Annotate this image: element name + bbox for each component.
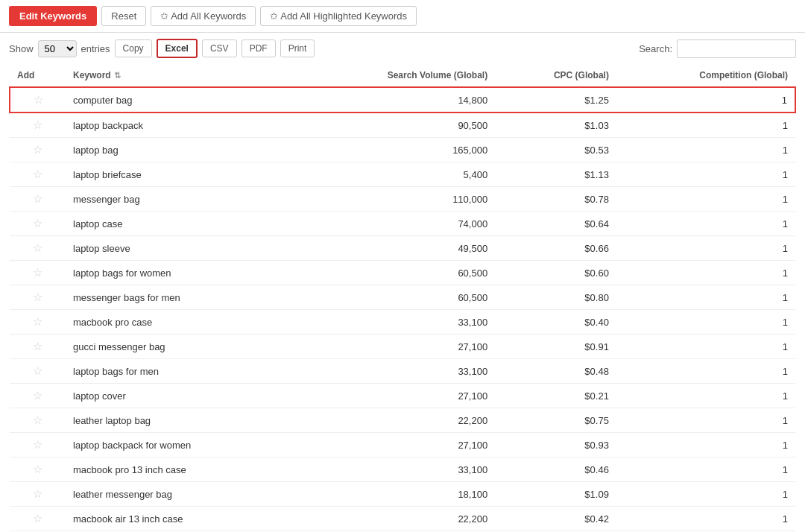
table-row: ☆ computer bag 14,800 $1.25 1 [10,87,795,113]
add-all-highlighted-button[interactable]: ✩ Add All Highlighted Keywords [260,6,417,26]
competition-cell: 1 [616,187,795,212]
table-row: ☆ laptop backpack 90,500 $1.03 1 [10,113,795,138]
cpc-cell: $0.48 [495,359,616,384]
entries-select[interactable]: 50 25 100 [38,40,77,57]
cpc-cell: $0.78 [495,187,616,212]
competition-cell: 1 [616,457,795,482]
keyword-cell: laptop backpack for women [66,433,296,457]
volume-cell: 27,100 [296,335,495,359]
header-search-volume: Search Volume (Global) [296,64,495,87]
volume-cell: 22,200 [296,507,495,531]
keyword-cell: laptop sleeve [66,236,296,261]
competition-cell: 1 [616,212,795,236]
star-cell[interactable]: ☆ [10,482,66,507]
reset-button[interactable]: Reset [101,6,146,26]
header-cpc: CPC (Global) [495,64,616,87]
excel-button[interactable]: Excel [157,39,198,58]
star-cell[interactable]: ☆ [10,162,66,187]
cpc-cell: $1.25 [495,87,616,113]
sort-icon: ⇅ [114,71,121,80]
star-cell[interactable]: ☆ [10,285,66,310]
volume-cell: 49,500 [296,236,495,261]
competition-cell: 1 [616,482,795,507]
volume-cell: 60,500 [296,285,495,310]
star-cell[interactable]: ☆ [10,384,66,408]
cpc-cell: $0.91 [495,335,616,359]
cpc-cell: $0.75 [495,408,616,433]
star-cell[interactable]: ☆ [10,310,66,335]
cpc-cell: $1.09 [495,482,616,507]
star-cell[interactable]: ☆ [10,236,66,261]
table-row: ☆ laptop bag 165,000 $0.53 1 [10,138,795,162]
search-label: Search: [639,43,672,54]
cpc-cell: $0.42 [495,507,616,531]
star-cell[interactable]: ☆ [10,261,66,285]
table-row: ☆ macbook pro case 33,100 $0.40 1 [10,310,795,335]
competition-cell: 1 [616,335,795,359]
cpc-cell: $0.46 [495,457,616,482]
star-cell[interactable]: ☆ [10,507,66,531]
star-cell[interactable]: ☆ [10,138,66,162]
cpc-cell: $1.13 [495,162,616,187]
table-row: ☆ laptop briefcase 5,400 $1.13 1 [10,162,795,187]
volume-cell: 18,100 [296,482,495,507]
cpc-cell: $1.03 [495,113,616,138]
table-row: ☆ gucci messenger bag 27,100 $0.91 1 [10,335,795,359]
cpc-cell: $0.80 [495,285,616,310]
star-cell[interactable]: ☆ [10,408,66,433]
volume-cell: 33,100 [296,310,495,335]
keyword-cell: laptop backpack [66,113,296,138]
star-cell[interactable]: ☆ [10,335,66,359]
competition-cell: 1 [616,261,795,285]
volume-cell: 165,000 [296,138,495,162]
star-cell[interactable]: ☆ [10,359,66,384]
star-cell[interactable]: ☆ [10,457,66,482]
csv-button[interactable]: CSV [202,39,237,57]
search-container: Search: [639,39,796,58]
keyword-header-label: Keyword [73,70,111,80]
copy-button[interactable]: Copy [115,39,152,57]
volume-cell: 90,500 [296,113,495,138]
competition-cell: 1 [616,87,795,113]
competition-cell: 1 [616,359,795,384]
keyword-cell: macbook pro case [66,310,296,335]
keyword-cell: laptop bag [66,138,296,162]
header-add: Add [10,64,66,87]
volume-cell: 5,400 [296,162,495,187]
competition-cell: 1 [616,384,795,408]
star-cell[interactable]: ☆ [10,87,66,113]
keywords-table: Add Keyword ⇅ Search Volume (Global) CPC… [9,64,796,531]
competition-cell: 1 [616,162,795,187]
edit-keywords-button[interactable]: Edit Keywords [9,6,97,26]
keyword-cell: computer bag [66,87,296,113]
star-cell[interactable]: ☆ [10,212,66,236]
table-row: ☆ laptop cover 27,100 $0.21 1 [10,384,795,408]
toolbar: Edit Keywords Reset ✩ Add All Keywords ✩… [0,0,805,33]
volume-cell: 33,100 [296,457,495,482]
keyword-cell: laptop cover [66,384,296,408]
cpc-cell: $0.53 [495,138,616,162]
add-all-keywords-button[interactable]: ✩ Add All Keywords [151,6,256,26]
table-header-row: Add Keyword ⇅ Search Volume (Global) CPC… [10,64,795,87]
pdf-button[interactable]: PDF [242,39,276,57]
volume-cell: 22,200 [296,408,495,433]
volume-cell: 110,000 [296,187,495,212]
table-row: ☆ messenger bags for men 60,500 $0.80 1 [10,285,795,310]
competition-cell: 1 [616,138,795,162]
print-button[interactable]: Print [280,39,315,57]
volume-cell: 27,100 [296,433,495,457]
table-row: ☆ leather messenger bag 18,100 $1.09 1 [10,482,795,507]
keyword-cell: macbook air 13 inch case [66,507,296,531]
star-cell[interactable]: ☆ [10,187,66,212]
competition-cell: 1 [616,236,795,261]
keyword-cell: gucci messenger bag [66,335,296,359]
cpc-cell: $0.21 [495,384,616,408]
keyword-cell: messenger bags for men [66,285,296,310]
star-cell[interactable]: ☆ [10,433,66,457]
table-row: ☆ messenger bag 110,000 $0.78 1 [10,187,795,212]
competition-cell: 1 [616,433,795,457]
keyword-cell: leather laptop bag [66,408,296,433]
search-input[interactable] [677,39,796,58]
header-keyword[interactable]: Keyword ⇅ [66,64,296,87]
star-cell[interactable]: ☆ [10,113,66,138]
